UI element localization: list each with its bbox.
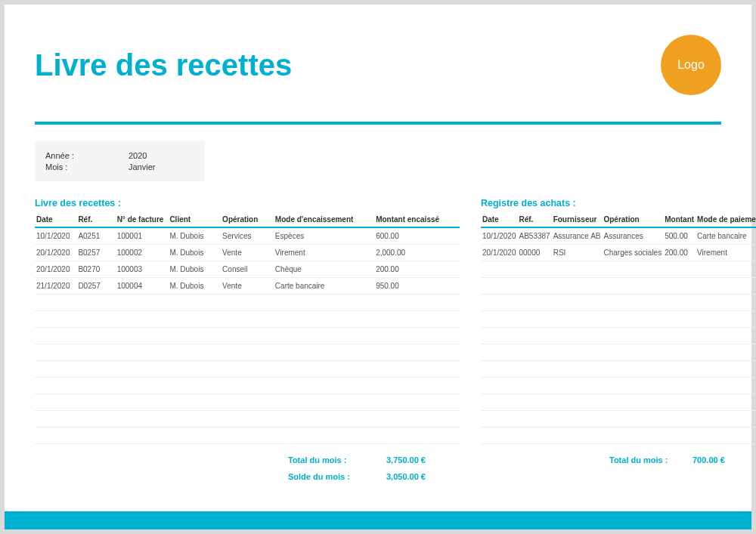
table-cell — [481, 344, 518, 360]
table-cell — [374, 310, 460, 327]
table-cell — [696, 261, 756, 277]
total-label: Total du mois : — [288, 455, 386, 465]
table-cell — [168, 427, 221, 443]
tables-container: Livre des recettes : DateRéf.N° de factu… — [35, 198, 721, 485]
table-cell: Carte bancaire — [274, 277, 374, 294]
table-row-empty — [481, 377, 756, 394]
table-cell — [696, 427, 756, 443]
table-cell — [76, 360, 115, 377]
table-cell — [116, 327, 169, 344]
table-cell: 10/1/2020 — [35, 227, 76, 245]
table-row-empty — [35, 360, 460, 377]
table-cell: Conseil — [221, 261, 274, 277]
column-header: Opération — [602, 212, 663, 227]
table-cell — [518, 344, 552, 360]
table-cell — [552, 427, 603, 443]
table-cell — [274, 360, 374, 377]
info-row-year: Année : 2020 — [45, 151, 194, 160]
table-cell — [663, 394, 696, 410]
table-cell — [696, 394, 756, 410]
table-cell — [168, 410, 221, 427]
table-cell — [696, 327, 756, 344]
table-cell — [168, 310, 221, 327]
table-cell — [602, 294, 663, 310]
table-row-empty — [35, 327, 460, 344]
table-row-empty — [35, 394, 460, 410]
table-cell — [663, 427, 696, 443]
total-value: 3,750.00 € — [386, 455, 426, 465]
table-cell — [116, 377, 169, 394]
table-cell — [481, 360, 518, 377]
table-cell: M. Dubois — [168, 227, 221, 245]
table-cell — [35, 327, 76, 344]
table-cell — [518, 377, 552, 394]
table-cell: Virement — [274, 244, 374, 261]
table-cell — [481, 427, 518, 443]
table-cell — [602, 427, 663, 443]
table-cell: 500.00 — [663, 227, 696, 245]
table-cell — [221, 327, 274, 344]
achats-totals: Total du mois : 700.00 € — [481, 452, 756, 468]
table-cell — [168, 360, 221, 377]
table-cell — [274, 394, 374, 410]
table-cell: 21/1/2020 — [35, 277, 76, 294]
table-cell — [221, 294, 274, 310]
table-cell: Vente — [221, 244, 274, 261]
table-cell — [35, 360, 76, 377]
column-header: Réf. — [76, 212, 115, 227]
table-cell: Chèque — [274, 261, 374, 277]
table-cell — [552, 377, 603, 394]
total-label: Total du mois : — [609, 455, 692, 465]
table-row-empty — [35, 310, 460, 327]
table-cell — [481, 394, 518, 410]
total-row: Total du mois : 700.00 € — [481, 452, 756, 468]
table-cell — [696, 294, 756, 310]
table-cell — [663, 327, 696, 344]
table-cell — [221, 410, 274, 427]
table-cell: Virement — [696, 244, 756, 261]
table-cell — [374, 327, 460, 344]
table-cell: M. Dubois — [168, 244, 221, 261]
table-cell — [602, 344, 663, 360]
table-cell — [168, 294, 221, 310]
table-cell — [274, 294, 374, 310]
table-cell — [35, 394, 76, 410]
footer-bar — [5, 511, 751, 529]
info-value: Janvier — [129, 162, 155, 171]
table-cell: D0257 — [76, 277, 115, 294]
table-row-empty — [35, 294, 460, 310]
table-cell — [76, 344, 115, 360]
info-label: Mois : — [45, 162, 129, 171]
table-cell: 2,000.00 — [374, 244, 460, 261]
table-cell — [696, 360, 756, 377]
table-row: 20/1/2020B0270100003M. DuboisConseilChèq… — [35, 261, 460, 277]
table-cell — [76, 310, 115, 327]
total-row: Total du mois : 3,750.00 € — [35, 452, 460, 468]
table-cell — [663, 277, 696, 294]
column-header: Opération — [221, 212, 274, 227]
table-cell — [76, 294, 115, 310]
table-cell — [602, 310, 663, 327]
table-row-empty — [481, 277, 756, 294]
table-cell — [76, 327, 115, 344]
table-cell: 10/1/2020 — [481, 227, 518, 245]
document-page: Livre des recettes Logo Année : 2020 Moi… — [5, 5, 751, 529]
table-cell: Assurance AB — [552, 227, 603, 245]
logo-circle: Logo — [661, 35, 721, 95]
table-cell — [663, 344, 696, 360]
table-cell — [374, 294, 460, 310]
balance-value: 3,050.00 € — [386, 472, 426, 481]
table-cell — [221, 427, 274, 443]
column-header: Date — [35, 212, 76, 227]
table-cell: Vente — [221, 277, 274, 294]
table-cell — [274, 410, 374, 427]
achats-title: Registre des achats : — [481, 198, 756, 208]
balance-row: Solde du mois : 3,050.00 € — [35, 468, 460, 485]
table-cell: Services — [221, 227, 274, 245]
table-cell: Charges sociales — [602, 244, 663, 261]
table-cell — [602, 377, 663, 394]
table-cell — [221, 310, 274, 327]
table-cell — [552, 277, 603, 294]
table-cell: 950.00 — [374, 277, 460, 294]
logo-text: Logo — [677, 58, 705, 72]
